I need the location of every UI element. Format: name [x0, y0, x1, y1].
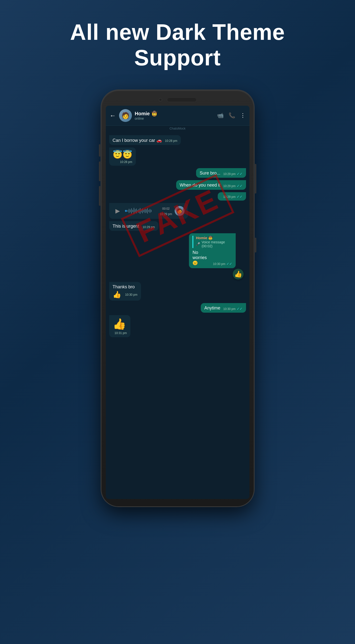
voice-meta: 00:02 10:29 pm	[160, 206, 172, 216]
message-row: When do you need it 10:29 pm ✓✓	[180, 183, 242, 188]
more-options-icon[interactable]: ⋮	[240, 112, 245, 119]
message-footer: 👍 10:30 pm	[113, 290, 138, 299]
voice-message-bubble: ▶	[109, 203, 188, 219]
message-text: Anytime	[204, 306, 220, 311]
list-item: 10:29 pm ✓✓	[218, 192, 246, 200]
quote-bar: Homie 🤠 🎤 Voice message (00:02)	[192, 236, 232, 248]
contact-info: Homie 🤠 online	[135, 110, 214, 120]
waveform-bar	[135, 209, 136, 212]
waveform-progress-dot	[125, 210, 127, 212]
chat-body: FAKE Can I borrow your car 🚗 10:28 pm 😇😇…	[106, 131, 249, 341]
message-text: Thanks bro	[113, 284, 138, 290]
waveform-bar	[141, 210, 142, 212]
list-item: When do you need it 10:29 pm ✓✓	[176, 180, 246, 190]
voice-duration: 00:02	[162, 207, 170, 210]
list-item: 😇😇 10:28 pm	[109, 148, 136, 166]
quote-sender-name: Homie 🤠	[196, 236, 232, 240]
waveform-bar	[131, 208, 132, 214]
waveform-bar	[137, 210, 138, 212]
front-camera	[159, 98, 162, 102]
waveform-bar	[145, 209, 145, 213]
waveform-bar	[146, 209, 147, 212]
message-time: 10:31 pm	[115, 331, 127, 335]
waveform-bar	[143, 210, 144, 212]
voice-call-icon[interactable]: 📞	[229, 112, 235, 119]
waveform-bar	[142, 208, 143, 213]
microphone-icon: 🎤	[196, 242, 200, 246]
phone-mockup: ← 🧑 Homie 🤠 online 📹 📞 ⋮ ChatsMock	[101, 90, 254, 506]
list-item: This is urgent 10:29 pm	[109, 221, 158, 231]
message-emoji: 😇😇	[113, 150, 132, 159]
message-bubble-sent: 10:29 pm ✓✓	[218, 192, 246, 200]
side-button-power	[255, 164, 256, 194]
list-item: 👍 10:31 pm	[109, 315, 130, 337]
waveform-bar	[127, 210, 128, 212]
message-bubble-sent: When do you need it 10:29 pm ✓✓	[176, 180, 246, 190]
waveform-bar	[147, 208, 148, 214]
waveform-bar	[148, 210, 149, 212]
list-item: Anytime 10:30 pm ✓✓	[201, 303, 246, 313]
waveform-bar	[129, 209, 129, 213]
contact-name: Homie 🤠	[135, 110, 214, 116]
message-ticks: ✓✓	[226, 262, 232, 266]
waveform	[125, 207, 157, 214]
waveform-bar	[139, 209, 139, 213]
message-time: 10:30 pm	[223, 307, 235, 311]
quote-content: 🎤 Voice message (00:02)	[196, 240, 232, 248]
waveform-bar	[132, 210, 133, 212]
contact-avatar: 🧑	[119, 109, 132, 122]
message-row: Anytime 10:30 pm ✓✓	[204, 306, 242, 311]
message-footer: 10:31 pm	[113, 331, 127, 335]
video-call-icon[interactable]: 📹	[217, 112, 224, 119]
message-row: No worries 😐 10:30 pm ✓✓	[192, 250, 232, 266]
waveform-bar	[151, 210, 152, 212]
message-text: Sure bro...	[200, 170, 220, 176]
earpiece-speaker	[167, 98, 197, 102]
waveform-bars	[127, 208, 157, 214]
large-emoji: 👍	[113, 318, 126, 330]
message-bubble-sent: Anytime 10:30 pm ✓✓	[201, 303, 246, 313]
message-time: 10:29 pm	[223, 184, 235, 188]
list-item: Homie 🤠 🎤 Voice message (00:02) No worri…	[189, 233, 246, 268]
quoted-message-bubble: Homie 🤠 🎤 Voice message (00:02) No worri…	[189, 233, 235, 268]
message-time: 10:30 pm	[125, 293, 138, 296]
voice-time: 10:29 pm	[160, 212, 172, 216]
side-button-vol-up	[99, 162, 100, 181]
message-row: This is urgent 10:29 pm	[113, 224, 155, 229]
message-bubble-received: This is urgent 10:29 pm	[109, 221, 158, 231]
message-row: Sure bro... 10:29 pm ✓✓	[200, 170, 242, 176]
play-voice-button[interactable]: ▶	[113, 206, 123, 216]
thumbs-up-reaction: 👍	[233, 269, 244, 280]
message-text: This is urgent	[113, 224, 139, 229]
message-time: 10:29 pm	[223, 172, 235, 176]
side-button-vol-down	[99, 186, 100, 206]
message-time: 10:29 pm	[223, 195, 235, 198]
message-text: When do you need it	[180, 183, 220, 188]
message-time: 10:28 pm	[165, 139, 177, 142]
emoji-message-bubble: 👍 10:31 pm	[109, 315, 130, 337]
page-title: All new Dark Theme Support	[70, 20, 285, 70]
message-content: Thanks bro 👍 10:30 pm	[113, 284, 138, 299]
list-item: Thanks bro 👍 10:30 pm	[109, 282, 141, 300]
waveform-bar	[130, 210, 131, 212]
back-button[interactable]: ←	[110, 112, 116, 120]
waveform-bar	[150, 209, 150, 213]
waveform-bar	[134, 208, 134, 214]
emoji-reaction: 👍	[113, 290, 121, 299]
waveform-bar	[136, 208, 137, 213]
list-item: ▶	[109, 203, 188, 219]
message-ticks: ✓✓	[237, 195, 243, 198]
app-watermark: ChatsMock	[106, 126, 249, 131]
message-bubble-received: Can I borrow your car 🚗 10:28 pm	[109, 135, 181, 145]
phone-screen: ← 🧑 Homie 🤠 online 📹 📞 ⋮ ChatsMock	[106, 106, 249, 499]
side-button-right2	[255, 238, 256, 252]
side-button-vol-silent	[99, 144, 100, 156]
message-ticks: ✓✓	[237, 184, 243, 188]
waveform-bar	[140, 208, 141, 214]
message-bubble-sent: Sure bro... 10:29 pm ✓✓	[196, 168, 246, 178]
voice-sender-avatar: 🧑	[175, 206, 185, 216]
message-ticks: ✓✓	[237, 307, 243, 311]
message-bubble-received: 😇😇 10:28 pm	[109, 148, 136, 166]
list-item: Can I borrow your car 🚗 10:28 pm	[109, 135, 181, 145]
message-time: 10:28 pm	[120, 160, 132, 164]
